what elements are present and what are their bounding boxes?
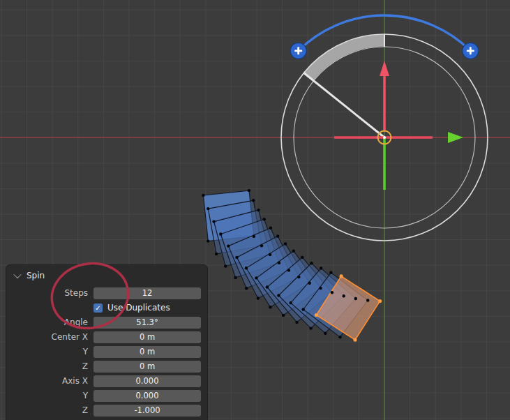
use-duplicates-checkbox[interactable]: ✓ Use Duplicates [93, 303, 170, 313]
chevron-down-icon [13, 271, 21, 278]
axis-y-row: Y 0.000 [13, 389, 201, 402]
axis-x-label: Axis X [13, 376, 93, 386]
panel-body: Steps 12 ✓ Use Duplicates Angle 51.3° Ce… [6, 286, 207, 417]
steps-field[interactable]: 12 [93, 287, 201, 299]
panel-title: Spin [27, 271, 45, 280]
vertex-dot[interactable] [215, 253, 218, 255]
vertex-dot[interactable] [287, 269, 290, 271]
center-x-field[interactable]: 0 m [93, 331, 201, 343]
spin-operator-panel: Spin Steps 12 ✓ Use Duplicates Angle 51.… [6, 264, 208, 420]
vertex-dot[interactable] [255, 276, 257, 279]
center-x-label: Center X [13, 332, 93, 342]
vertex-dot[interactable] [310, 262, 313, 264]
vertex-dot[interactable] [366, 299, 369, 301]
steps-row: Steps 12 [13, 287, 201, 299]
vertex-dot[interactable] [269, 306, 271, 308]
spin-panel-header[interactable]: Spin [6, 265, 207, 286]
vertex-dot[interactable] [308, 282, 311, 285]
vertex-dot[interactable] [212, 220, 215, 223]
vertex-dot[interactable] [269, 253, 271, 256]
vertex-dot[interactable] [324, 332, 327, 335]
center-x-row: Center X 0 m [13, 331, 201, 343]
center-y-label: Y [13, 347, 93, 357]
vertex-dot[interactable] [252, 199, 255, 202]
axis-z-row: Z -1.000 [13, 404, 201, 417]
vertex-dot[interactable] [340, 274, 343, 278]
vertex-dot[interactable] [290, 301, 292, 304]
vertex-dot[interactable] [207, 207, 209, 210]
axis-z-field[interactable]: -1.000 [93, 405, 201, 417]
vertex-dot[interactable] [292, 250, 295, 253]
vertex-dot[interactable] [224, 264, 227, 267]
vertex-dot[interactable] [276, 234, 279, 237]
use-duplicates-label: Use Duplicates [107, 303, 170, 313]
angle-label: Angle [13, 317, 93, 327]
vertex-dot[interactable] [227, 244, 230, 247]
vertex-dot[interactable] [354, 297, 357, 300]
center-z-field[interactable]: 0 m [93, 361, 201, 373]
axis-x-row: Axis X 0.000 [13, 375, 201, 387]
plus-icon [470, 47, 472, 54]
vertex-dot[interactable] [378, 299, 382, 303]
angle-row: Angle 51.3° [13, 316, 201, 329]
vertex-dot[interactable] [338, 336, 341, 338]
vertex-dot[interactable] [319, 287, 322, 290]
center-y-row: Y 0 m [13, 345, 201, 358]
axis-x-field[interactable]: 0.000 [93, 375, 201, 387]
vertex-dot[interactable] [248, 189, 250, 192]
checkbox-checked-icon: ✓ [93, 303, 103, 313]
plus-icon [297, 47, 299, 54]
vertex-dot[interactable] [235, 256, 238, 259]
vertex-dot[interactable] [257, 297, 260, 299]
vertex-dot[interactable] [266, 285, 269, 288]
center-dot [383, 136, 386, 139]
vertex-dot[interactable] [245, 287, 248, 290]
vertex-dot[interactable] [234, 276, 237, 279]
vertex-dot[interactable] [315, 313, 318, 317]
vertex-dot[interactable] [353, 338, 357, 342]
vertex-dot[interactable] [295, 321, 298, 324]
use-duplicates-row: ✓ Use Duplicates [13, 301, 201, 314]
vertex-dot[interactable] [301, 256, 303, 259]
steps-label: Steps [13, 288, 93, 298]
vertex-dot[interactable] [278, 262, 280, 264]
vertex-dot[interactable] [284, 242, 287, 245]
vertex-dot[interactable] [320, 267, 322, 269]
vertex-dot[interactable] [309, 327, 312, 329]
center-z-label: Z [13, 361, 93, 371]
vertex-dot[interactable] [257, 209, 260, 211]
vertex-dot[interactable] [202, 194, 204, 197]
vertex-dot[interactable] [219, 232, 222, 235]
vertex-dot[interactable] [331, 291, 333, 294]
axis-y-label: Y [13, 391, 93, 400]
center-y-field[interactable]: 0 m [93, 346, 201, 358]
vertex-dot[interactable] [297, 276, 300, 278]
vertex-dot[interactable] [343, 294, 345, 297]
vertex-dot[interactable] [245, 267, 248, 269]
vertex-dot[interactable] [263, 218, 266, 220]
vertex-dot[interactable] [277, 294, 280, 297]
vertex-dot[interactable] [207, 239, 209, 242]
vertex-dot[interactable] [329, 271, 332, 274]
angle-field[interactable]: 51.3° [93, 317, 201, 329]
vertex-dot[interactable] [282, 314, 285, 317]
center-z-row: Z 0 m [13, 360, 201, 373]
vertex-dot[interactable] [260, 244, 263, 247]
vertex-dot[interactable] [302, 308, 305, 310]
vertex-dot[interactable] [269, 227, 272, 230]
axis-z-label: Z [13, 405, 93, 415]
axis-y-field[interactable]: 0.000 [93, 390, 201, 402]
vertex-dot[interactable] [253, 235, 255, 238]
